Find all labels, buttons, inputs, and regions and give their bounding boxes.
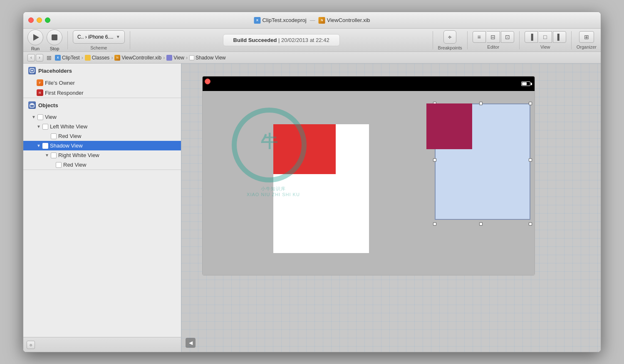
organizer-group: ⊞ Organizer: [577, 31, 597, 49]
objects-title: Objects: [38, 102, 58, 108]
selection-handle-bm: [479, 222, 483, 226]
canvas-collapse-button[interactable]: ◀: [186, 338, 196, 348]
view-group: ▐ □ ▌ View: [525, 31, 566, 49]
editor-version-button[interactable]: ⊡: [501, 31, 514, 43]
red-view-right-label: Red View: [63, 162, 86, 168]
editor-assistant-button[interactable]: ⊟: [487, 31, 500, 43]
objects-icon: [28, 101, 36, 109]
placeholders-icon: [28, 67, 36, 74]
bc-sep-1: ›: [82, 55, 83, 61]
shadow-view-tree-icon: [42, 143, 48, 149]
folder-breadcrumb-icon: [85, 55, 91, 61]
watermark-circle: 牛: [232, 108, 307, 182]
placeholders-section: Placeholders F File's Owner R First Resp…: [23, 64, 181, 98]
breadcrumb-back-icon[interactable]: ‹: [27, 54, 35, 61]
forward-chevron: ›: [39, 55, 40, 60]
objects-header: Objects: [23, 98, 181, 112]
selection-handle-br: [529, 222, 532, 226]
first-responder-label: First Responder: [45, 90, 83, 96]
tree-left-white-view-item[interactable]: ▼ Left White View: [23, 122, 181, 131]
maximize-button[interactable]: [45, 17, 50, 23]
left-white-view-expand-icon: ▼: [37, 124, 41, 129]
panel-bottom-bar: ○: [23, 337, 181, 352]
stop-icon: [52, 34, 57, 40]
view-tree-label: View: [45, 114, 57, 120]
placeholders-header: Placeholders: [23, 64, 181, 78]
build-status-box: Build Succeeded | 20/02/2013 at 22:42: [223, 34, 340, 46]
scheme-label: C.. › iPhone 6....: [77, 34, 114, 40]
stop-button[interactable]: Stop: [47, 30, 62, 51]
breakpoints-group: ⟣ Breakpoints: [438, 30, 462, 50]
scheme-group: C.. › iPhone 6.... ▼ Scheme: [73, 30, 125, 50]
minimize-button[interactable]: [37, 17, 42, 23]
breadcrumb-item-shadow-view[interactable]: Shadow View: [189, 55, 226, 61]
tree-red-view-left-item[interactable]: Red View: [23, 131, 181, 141]
svg-text:牛: 牛: [261, 132, 278, 150]
first-responder-icon: R: [37, 89, 43, 96]
editor-group: ≡ ⊟ ⊡ Editor: [473, 31, 514, 49]
filter-button[interactable]: ○: [27, 341, 35, 349]
organizer-button[interactable]: ⊞: [579, 31, 594, 43]
shadow-view-canvas[interactable]: [426, 103, 530, 224]
toolbar-separator-2: [130, 31, 130, 49]
red-view-left-tree-icon: [51, 133, 57, 139]
breadcrumb: ‹ › ⊞ X ClipTest › Classes › N ViewContr…: [23, 52, 601, 64]
red-view-left-label: Red View: [58, 133, 81, 139]
collapse-icon: ◀: [189, 340, 193, 346]
build-time-text: | 20/02/2013 at 22:42: [278, 37, 329, 43]
tree-view-item[interactable]: ▼ View: [23, 112, 181, 122]
objects-section: Objects ▼ View ▼ Left White View: [23, 98, 181, 170]
right-white-view-expand-icon: ▼: [45, 153, 49, 157]
project-icon: X: [254, 17, 260, 24]
xib-icon: N: [319, 17, 325, 24]
breadcrumb-item-project[interactable]: X ClipTest: [55, 55, 80, 61]
view-left-button[interactable]: ▐: [525, 31, 538, 43]
files-owner-label: File's Owner: [45, 80, 75, 86]
breadcrumb-item-view[interactable]: View: [166, 55, 184, 61]
traffic-lights: [28, 17, 50, 23]
view-expand-icon: ▼: [32, 115, 36, 119]
iphone-simulator-frame: 牛 小牛知识库XIAO NIU ZHI SHI KU: [202, 76, 535, 275]
watermark-text: 小牛知识库XIAO NIU ZHI SHI KU: [232, 186, 315, 197]
breadcrumb-item-classes[interactable]: Classes: [85, 55, 110, 61]
iphone-statusbar: [203, 76, 535, 91]
close-button[interactable]: [28, 17, 34, 23]
right-white-view-tree-icon: [51, 152, 57, 158]
breakpoints-button[interactable]: ⟣: [443, 30, 456, 44]
files-owner-item[interactable]: F File's Owner: [23, 78, 181, 88]
view-center-button[interactable]: □: [539, 31, 552, 43]
main-area: Placeholders F File's Owner R First Resp…: [23, 64, 601, 352]
canvas-close-button[interactable]: [205, 79, 210, 84]
toolbar-separator-3: [433, 31, 433, 49]
toolbar-separator-1: [67, 31, 68, 49]
shadow-view-expand-icon: ▼: [37, 143, 41, 148]
selection-handle-mr: [529, 158, 532, 162]
stop-label: Stop: [50, 46, 59, 51]
grid-icon: ⊞: [47, 54, 52, 61]
titlebar-title: X ClipTest.xcodeproj — N ViewController.…: [254, 17, 370, 24]
battery-icon: [521, 81, 530, 86]
view-right-button[interactable]: ▌: [553, 31, 566, 43]
scheme-arrow-icon: ▼: [116, 34, 120, 39]
breadcrumb-forward-icon[interactable]: ›: [36, 54, 43, 61]
breadcrumb-item-xib[interactable]: N ViewController.xib: [114, 55, 161, 61]
xib-breadcrumb-icon: N: [114, 55, 120, 61]
scheme-button[interactable]: C.. › iPhone 6.... ▼: [73, 30, 125, 44]
iphone-content-area: 牛 小牛知识库XIAO NIU ZHI SHI KU: [203, 91, 535, 275]
play-icon: [33, 34, 39, 41]
red-view-right-tree-icon: [56, 162, 62, 168]
first-responder-item[interactable]: R First Responder: [23, 88, 181, 98]
tree-shadow-view-item[interactable]: ▼ Shadow View: [23, 141, 181, 150]
breadcrumb-project-label: ClipTest: [62, 55, 80, 61]
title-separator: —: [310, 17, 315, 23]
run-button[interactable]: Run: [27, 30, 43, 51]
tree-red-view-right-item[interactable]: Red View: [23, 160, 181, 170]
breakpoints-label: Breakpoints: [438, 45, 462, 50]
toolbar-separator-4: [467, 31, 468, 49]
view-buttons: ▐ □ ▌: [525, 31, 566, 43]
tree-right-white-view-item[interactable]: ▼ Right White View: [23, 150, 181, 160]
editor-standard-button[interactable]: ≡: [473, 31, 486, 43]
battery-fill: [522, 82, 527, 85]
organizer-label: Organizer: [577, 44, 597, 49]
svg-point-1: [31, 70, 33, 71]
